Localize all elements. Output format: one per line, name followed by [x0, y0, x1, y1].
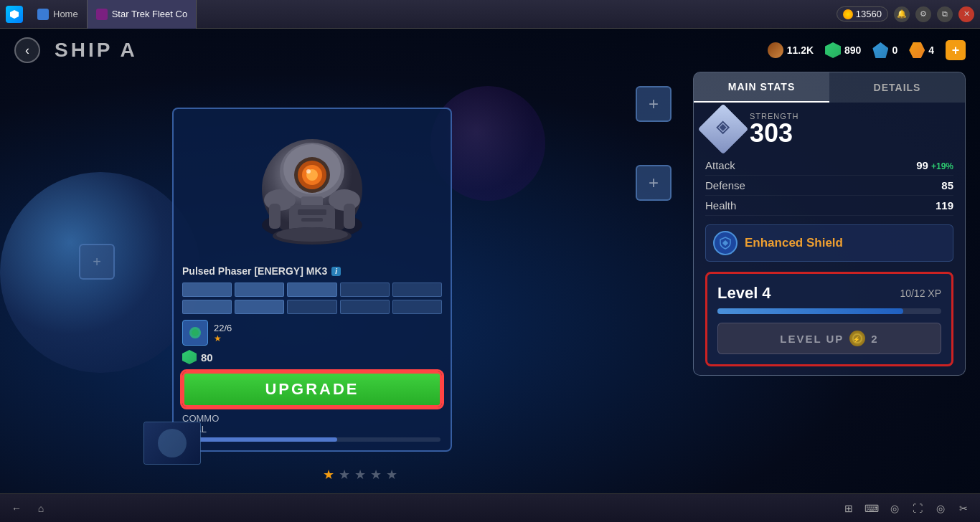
- strength-diamond-inner: [716, 120, 730, 138]
- title-bar-left: Home Star Trek Fleet Co: [6, 0, 197, 29]
- currency-value: 13560: [856, 9, 882, 19]
- component-icon: [182, 320, 208, 346]
- level-label: Level 4: [717, 284, 771, 303]
- steel-value: 890: [844, 44, 861, 56]
- dilithium-value: 4: [928, 44, 934, 56]
- strength-info: STRENGTH 303: [750, 112, 799, 146]
- shield-icon: [713, 231, 738, 255]
- ship-thumbnail: [143, 422, 201, 465]
- taskbar-location-icon[interactable]: ◎: [933, 500, 948, 516]
- taskbar-eye-icon[interactable]: ◎: [887, 500, 903, 516]
- taskbar-right: ⊞ ⌨ ◎ ⛶ ◎ ✂: [841, 500, 971, 516]
- svg-rect-16: [269, 204, 281, 229]
- xp-display: 10/12 XP: [900, 288, 941, 299]
- restore-btn[interactable]: ⧉: [937, 6, 953, 22]
- resource-wood: 11.2K: [768, 42, 814, 58]
- tab-home[interactable]: Home: [29, 0, 88, 29]
- cost-icon: [182, 350, 197, 364]
- upgrade-cost-value: 80: [201, 351, 213, 364]
- slot-9: [340, 300, 390, 314]
- notification-btn[interactable]: 🔔: [894, 6, 910, 22]
- settings-btn[interactable]: ⚙: [915, 6, 931, 22]
- ship-label-line1: COMMO: [182, 413, 442, 424]
- game-tab-label: Star Trek Fleet Co: [112, 9, 187, 19]
- resource-dilithium: 4: [909, 42, 934, 58]
- component-row: 22/6 ★: [182, 320, 442, 346]
- upgrade-cost-row: 80: [182, 350, 442, 364]
- ship-label-line2: REAL: [182, 424, 442, 435]
- bottom-plus-button[interactable]: +: [636, 165, 672, 201]
- top-plus-icon: +: [649, 94, 659, 114]
- level-cost-value: 2: [871, 333, 878, 345]
- ship-label-bottom: COMMO REAL: [182, 413, 442, 435]
- health-value: 119: [936, 199, 953, 212]
- svg-rect-15: [301, 218, 323, 222]
- info-badge[interactable]: i: [331, 267, 341, 276]
- component-star: ★: [214, 333, 232, 343]
- weapon-label: Pulsed Phaser [ENERGY] MK3 i: [182, 265, 442, 277]
- game-tab-icon: [96, 9, 108, 20]
- level-header: Level 4 10/12 XP: [717, 284, 941, 303]
- slot-10: [392, 300, 442, 314]
- slot-row-1: [182, 283, 442, 297]
- crystal-value: 0: [892, 44, 897, 56]
- level-up-button[interactable]: LEVEL UP ⚡ 2: [717, 323, 941, 354]
- taskbar-scissors-icon[interactable]: ✂: [956, 500, 971, 516]
- taskbar-home-icon[interactable]: ⌂: [33, 500, 49, 516]
- add-resource-button[interactable]: +: [946, 40, 966, 60]
- title-bar-right: 13560 🔔 ⚙ ⧉ ✕: [837, 6, 974, 22]
- defense-row: Defense 85: [705, 176, 953, 196]
- slot-4: [340, 283, 390, 297]
- tab-main-stats[interactable]: MAIN STATS: [694, 72, 829, 103]
- weapon-name: Pulsed Phaser [ENERGY] MK3: [182, 265, 327, 277]
- star-5: ★: [386, 467, 397, 483]
- strength-value: 303: [750, 120, 799, 146]
- defense-value: 85: [941, 179, 953, 191]
- svg-rect-14: [298, 209, 326, 215]
- xp-bar-container: [717, 308, 941, 314]
- crystal-icon: [872, 42, 888, 58]
- details-tab-label: DETAILS: [874, 82, 921, 93]
- taskbar-back-icon[interactable]: ←: [9, 500, 24, 516]
- svg-point-21: [192, 329, 199, 336]
- upgrade-label: UPGRADE: [265, 380, 359, 399]
- attack-value: 99+19%: [916, 159, 953, 171]
- top-plus-button[interactable]: +: [636, 86, 672, 122]
- star-4: ★: [370, 467, 382, 483]
- slot-row-2: [182, 300, 442, 314]
- star-2: ★: [339, 467, 350, 483]
- tab-game[interactable]: Star Trek Fleet Co: [88, 0, 197, 29]
- side-plus-buttons: + +: [636, 86, 672, 201]
- slot-6: [182, 300, 232, 314]
- health-label: Health: [705, 199, 736, 212]
- ship-image-container: [182, 118, 442, 261]
- scroll-bar-fill: [182, 437, 337, 442]
- resource-steel: 890: [825, 42, 861, 58]
- level-up-label: LEVEL UP: [780, 333, 844, 345]
- bluestacks-logo: [6, 6, 23, 23]
- svg-point-9: [306, 169, 311, 174]
- home-tab-icon: [37, 9, 49, 20]
- stats-panel: MAIN STATS DETAILS STRENGTH: [693, 72, 966, 376]
- close-btn[interactable]: ✕: [958, 6, 974, 22]
- taskbar: ← ⌂ ⊞ ⌨ ◎ ⛶ ◎ ✂: [0, 493, 980, 522]
- game-area: ‹ SHIP A 11.2K 890 0 4 + +: [0, 29, 980, 522]
- slot-3: [287, 283, 336, 297]
- resources-hud: 11.2K 890 0 4 +: [768, 40, 966, 60]
- upgrade-button[interactable]: UPGRADE: [182, 371, 442, 407]
- title-bar: Home Star Trek Fleet Co 13560 🔔 ⚙ ⧉ ✕: [0, 0, 980, 29]
- svg-rect-17: [344, 204, 355, 229]
- attack-row: Attack 99+19%: [705, 156, 953, 176]
- taskbar-keyboard-icon[interactable]: ⌨: [864, 500, 880, 516]
- left-equipment-slot[interactable]: +: [79, 244, 115, 280]
- taskbar-grid-icon[interactable]: ⊞: [841, 500, 857, 516]
- home-tab-label: Home: [53, 9, 78, 19]
- ship-image: [248, 125, 377, 254]
- taskbar-fullscreen-icon[interactable]: ⛶: [910, 500, 925, 516]
- svg-point-19: [276, 227, 348, 242]
- attack-label: Attack: [705, 159, 735, 171]
- tab-details[interactable]: DETAILS: [829, 72, 965, 103]
- slot-8: [287, 300, 336, 314]
- back-button[interactable]: ‹: [14, 37, 40, 63]
- stats-tabs: MAIN STATS DETAILS: [694, 72, 965, 103]
